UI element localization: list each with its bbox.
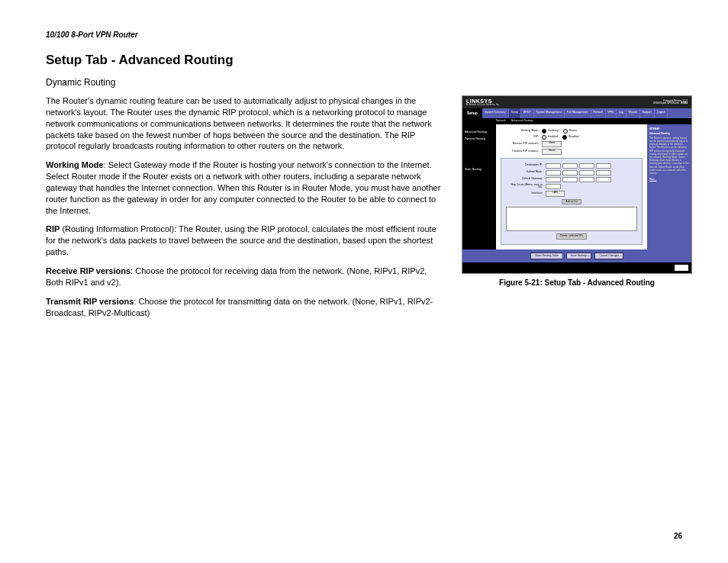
rip-paragraph: RIP (Routing Information Protocol): The … (46, 224, 446, 258)
nav-tab[interactable]: Logout (655, 108, 668, 118)
product-header: 10/100 8-Port VPN Router (46, 31, 682, 39)
receive-rip-paragraph: Receive RIP versions: Choose the protoco… (46, 265, 446, 288)
ip-octet-input[interactable] (562, 170, 578, 175)
nav-tab[interactable]: VPN (606, 108, 617, 118)
trans-rip-select[interactable]: None (542, 149, 562, 155)
main-form-area: Working Mode: Gateway Router RIP: Enable… (496, 124, 647, 249)
active-main-tab[interactable]: Setup (462, 108, 482, 118)
body-text-column: The Router's dynamic routing feature can… (46, 95, 446, 326)
intro-paragraph: The Router's dynamic routing feature can… (46, 95, 446, 152)
ip-octet-input[interactable] (546, 170, 561, 175)
route-list-box[interactable] (506, 207, 637, 231)
add-to-list-button[interactable]: Add to list (562, 199, 581, 205)
more-link[interactable]: More... (649, 178, 689, 181)
router-radio[interactable] (563, 129, 568, 134)
left-sidebar: Advanced Routing Dynamic Routing Static … (462, 124, 496, 249)
sub-nav: Network Advanced Routing (462, 118, 691, 124)
cancel-changes-button[interactable]: Cancel Changes (594, 253, 623, 260)
rip-label: RIP (46, 224, 60, 233)
ip-octet-input[interactable] (546, 163, 561, 169)
subnav-item[interactable]: Network (496, 119, 506, 122)
cisco-logo-icon (675, 265, 688, 271)
nav-tab[interactable]: System Management (534, 108, 565, 118)
ip-octet-input[interactable] (562, 177, 578, 182)
transmit-rip-paragraph: Transmit RIP versions: Choose the protoc… (46, 296, 446, 319)
working-mode-label: Working Mode (46, 160, 104, 169)
figure-caption: Figure 5-21: Setup Tab - Advanced Routin… (462, 278, 692, 287)
ip-octet-input[interactable] (579, 177, 594, 182)
nav-tab[interactable]: Log (617, 108, 627, 118)
sidebar-item: Static Routing (462, 166, 496, 174)
figure-column: LINKSYS A Division of Cisco Systems, Inc… (462, 95, 692, 287)
sidebar-item: Advanced Routing (462, 129, 496, 137)
receive-rip-label: Receive RIP versions (46, 266, 130, 275)
delete-ips-button[interactable]: Delete selected IPs (556, 233, 587, 240)
help-title: Advanced Routing (649, 132, 689, 135)
sidebar-item: Dynamic Routing (462, 136, 496, 143)
recv-rip-field-label: Receive RIP versions: (501, 143, 542, 146)
show-routing-table-button[interactable]: Show Routing Table (530, 253, 563, 260)
working-mode-field-label: Working Mode: (501, 130, 542, 133)
help-sidebar: SITEMAP Advanced Routing The Router's dy… (647, 124, 691, 249)
subnav-item[interactable]: Advanced Routing (511, 119, 533, 122)
disabled-radio[interactable] (562, 135, 567, 140)
enabled-radio[interactable] (542, 135, 546, 140)
nav-tab[interactable]: DHCP (521, 108, 534, 118)
gateway-radio[interactable] (542, 129, 546, 134)
nav-tab[interactable]: Port Management (565, 108, 591, 118)
nav-tab[interactable]: Setup (509, 108, 521, 118)
rip-field-label: RIP: (501, 136, 542, 139)
section-subtitle: Dynamic Routing (46, 77, 682, 88)
help-text: The Router's dynamic routing feature can… (649, 137, 689, 175)
ip-octet-input[interactable] (596, 177, 611, 182)
ip-octet-input[interactable] (596, 163, 611, 169)
footer-button-row: Show Routing Table Save Settings Cancel … (462, 249, 691, 263)
save-settings-button[interactable]: Save Settings (566, 253, 592, 260)
transmit-rip-label: Transmit RIP versions (46, 297, 134, 306)
recv-rip-select[interactable]: None (542, 141, 562, 147)
ip-octet-input[interactable] (546, 177, 561, 182)
nav-tab[interactable]: Wizard (627, 108, 640, 118)
ip-octet-input[interactable] (579, 163, 594, 169)
page-number: 26 (674, 532, 682, 540)
static-routing-table: Destination IP: Subnet Mask: Default Gat… (501, 158, 643, 245)
ip-octet-input[interactable] (579, 170, 594, 175)
nav-tab[interactable]: Support (640, 108, 655, 118)
page-title: Setup Tab - Advanced Routing (46, 53, 682, 68)
working-mode-paragraph: Working Mode: Select Gateway mode if the… (46, 159, 446, 216)
nav-tab[interactable]: Firewall (591, 108, 606, 118)
ip-octet-input[interactable] (562, 163, 578, 169)
brand-subtitle: A Division of Cisco Systems, Inc. (466, 104, 500, 106)
router-ui-screenshot: LINKSYS A Division of Cisco Systems, Inc… (462, 95, 692, 274)
ip-octet-input[interactable] (596, 170, 611, 175)
trans-rip-field-label: Transmit RIP versions: (501, 150, 542, 153)
interface-select[interactable]: LAN (546, 191, 565, 197)
hop-input[interactable] (546, 184, 561, 189)
help-sitemap[interactable]: SITEMAP (649, 127, 689, 130)
nav-tab[interactable]: System Summary (482, 108, 509, 118)
